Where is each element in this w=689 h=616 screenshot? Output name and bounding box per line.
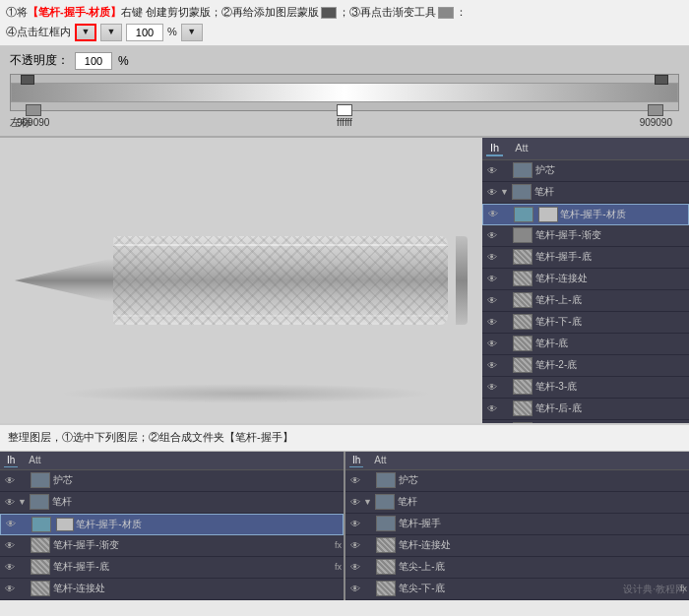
bottom-highlight: 【笔杆-握手】 <box>224 431 293 443</box>
gradient-bar-container[interactable]: 909090 ffffff 909090 <box>10 74 679 111</box>
mode-button[interactable]: ▼ <box>75 24 96 41</box>
eye-icon[interactable]: 👁 <box>484 314 500 330</box>
layer-huxin-main[interactable]: 👁 护芯 <box>482 160 689 182</box>
tab-attributes[interactable]: Att <box>511 141 532 156</box>
bottom-panels: Ih Att 👁 护芯 👁 ▼ 笔杆 👁 笔杆-握手-材质 👁 笔杆-握 <box>0 451 689 600</box>
eye-icon[interactable]: 👁 <box>3 517 19 532</box>
pencil-end-cap <box>456 236 468 325</box>
layer-xia-di[interactable]: 👁 笔杆-下-底 <box>482 312 689 334</box>
pencil-area <box>0 138 482 423</box>
eye-icon[interactable]: 👁 <box>2 537 18 553</box>
bp2-layer-bigan[interactable]: 👁 ▼ 笔杆 <box>345 492 689 514</box>
tab-layers[interactable]: Ih <box>486 141 503 156</box>
stop-top-right[interactable] <box>655 75 668 85</box>
layer-name-2di: 笔杆-2-底 <box>535 358 687 372</box>
layer-3-di[interactable]: 👁 笔杆-3-底 <box>482 377 689 399</box>
layer-lianjiechu[interactable]: 👁 笔杆-连接处 <box>482 269 689 290</box>
eye-icon[interactable]: 👁 <box>484 292 500 308</box>
eye-icon[interactable]: 👁 <box>2 581 18 596</box>
layer-name: 笔杆-连接处 <box>53 582 342 595</box>
layer-shang-di[interactable]: 👁 笔杆-上-底 <box>482 290 689 312</box>
eye-icon[interactable]: 👁 <box>2 559 18 575</box>
pencil-body <box>113 236 448 325</box>
instruction-line-1: ①将【笔杆-握手-材质】右键 创建剪切蒙版；②再给添加图层蒙版；③再点击渐变工具… <box>6 4 683 21</box>
bp1-layer-jianbiao[interactable]: 👁 笔杆-握手-渐变 fx <box>0 535 344 557</box>
layer-thumb <box>375 494 395 510</box>
bp1-layer-lianjie[interactable]: 👁 笔杆-连接处 <box>0 579 344 600</box>
layer-woshou-cailiao[interactable]: 👁 笔杆-握手-材质 <box>482 204 689 225</box>
bp2-layer-bijan-shang[interactable]: 👁 笔尖-上-底 <box>345 557 689 579</box>
layer-hou-di[interactable]: 👁 笔杆-后-底 <box>482 399 689 420</box>
expand-arrow[interactable]: ▼ <box>18 497 27 507</box>
bp1-layer-bigan[interactable]: 👁 ▼ 笔杆 <box>0 492 344 514</box>
bp2-tab-ih[interactable]: Ih <box>349 454 363 467</box>
eye-icon[interactable]: 👁 <box>347 494 363 510</box>
layer-gan-di[interactable]: 👁 笔杆-底 <box>482 334 689 355</box>
svg-marker-0 <box>15 256 123 305</box>
fx-badge: fx <box>335 540 342 550</box>
layer-woshou-jianbiao[interactable]: 👁 笔杆-握手-渐变 <box>482 225 689 247</box>
layer-thumb <box>376 537 396 553</box>
stop-right[interactable]: 909090 <box>640 104 672 128</box>
layer-name: 笔杆-握手 <box>399 517 687 530</box>
eye-icon[interactable]: 👁 <box>347 537 363 553</box>
layer-thumb <box>376 516 396 531</box>
bp2-layer-huxin[interactable]: 👁 护芯 <box>345 470 689 492</box>
bp1-layer-woshou-di[interactable]: 👁 笔杆-握手-底 fx <box>0 557 344 579</box>
dropdown-button[interactable]: ▼ <box>100 24 122 41</box>
bp2-layer-woshou[interactable]: 👁 笔杆-握手 <box>345 514 689 535</box>
eye-icon[interactable]: 👁 <box>484 379 500 395</box>
layer-thumb <box>376 559 396 575</box>
bp1-tab-att[interactable]: Att <box>26 454 43 467</box>
bp2-tab-att[interactable]: Att <box>371 454 389 467</box>
percent-unit: % <box>167 24 177 40</box>
layer-name-huxin: 护芯 <box>535 163 687 177</box>
eye-icon[interactable]: 👁 <box>484 422 500 423</box>
expand-arrow[interactable]: ▼ <box>363 497 372 507</box>
eye-icon[interactable]: 👁 <box>484 336 500 351</box>
eye-icon[interactable]: 👁 <box>347 516 363 531</box>
eye-icon[interactable]: 👁 <box>347 581 363 596</box>
layer-mask-thumb <box>56 518 74 531</box>
eye-icon[interactable]: 👁 <box>484 357 500 373</box>
layer-name-3di: 笔杆-3-底 <box>535 380 687 394</box>
stop-top-left[interactable] <box>21 75 34 85</box>
top-instruction-bar: ①将【笔杆-握手-材质】右键 创建剪切蒙版；②再给添加图层蒙版；③再点击渐变工具… <box>0 0 689 46</box>
gradient-bar[interactable] <box>11 83 678 102</box>
bp1-tab-ih[interactable]: Ih <box>4 454 18 467</box>
eye-icon[interactable]: 👁 <box>484 271 500 286</box>
layer-thumb <box>31 517 51 532</box>
layer-name-cailiao: 笔杆-握手-材质 <box>560 208 686 221</box>
layer-name: 笔杆-连接处 <box>399 538 687 552</box>
eye-icon[interactable]: 👁 <box>2 494 18 510</box>
eye-icon[interactable]: 👁 <box>484 400 500 416</box>
stop-left[interactable]: 909090 <box>17 104 49 128</box>
layer-name: 笔杆-握手-材质 <box>76 518 341 531</box>
bp1-layer-woshou-cailiao[interactable]: 👁 笔杆-握手-材质 <box>0 514 344 535</box>
layer-thumb <box>513 357 532 373</box>
layer-thumb <box>31 537 50 553</box>
layer-2-di[interactable]: 👁 笔杆-2-底 <box>482 355 689 377</box>
eye-icon[interactable]: 👁 <box>484 184 500 200</box>
layer-angan[interactable]: 👁 按杆 <box>482 420 689 423</box>
layer-name-lianjie: 笔杆-连接处 <box>535 272 687 285</box>
opacity-input[interactable] <box>126 24 163 41</box>
eye-icon[interactable]: 👁 <box>484 249 500 265</box>
layers-panel: Ih Att 👁 护芯 👁 ▼ 笔杆 👁 笔杆-握手-材质 👁 <box>482 138 689 423</box>
layer-woshou-di[interactable]: 👁 笔杆-握手-底 <box>482 247 689 269</box>
eye-icon[interactable]: 👁 <box>2 472 18 488</box>
bp2-layer-lianjie[interactable]: 👁 笔杆-连接处 <box>345 535 689 557</box>
layer-bigan-group[interactable]: 👁 ▼ 笔杆 <box>482 182 689 204</box>
eye-icon[interactable]: 👁 <box>484 162 500 178</box>
eye-icon[interactable]: 👁 <box>347 472 363 488</box>
eye-icon[interactable]: 👁 <box>347 559 363 575</box>
eye-icon[interactable]: 👁 <box>485 207 501 222</box>
grad-opacity-input[interactable] <box>75 52 112 70</box>
grad-label: 不透明度： <box>10 52 69 69</box>
bp1-layer-huxin[interactable]: 👁 护芯 <box>0 470 344 492</box>
extra-button[interactable]: ▼ <box>181 24 203 41</box>
eye-icon[interactable]: 👁 <box>484 227 500 243</box>
layer-thumb-folder <box>513 162 532 178</box>
stop-center[interactable]: ffffff <box>337 104 352 128</box>
expand-arrow[interactable]: ▼ <box>500 187 509 197</box>
